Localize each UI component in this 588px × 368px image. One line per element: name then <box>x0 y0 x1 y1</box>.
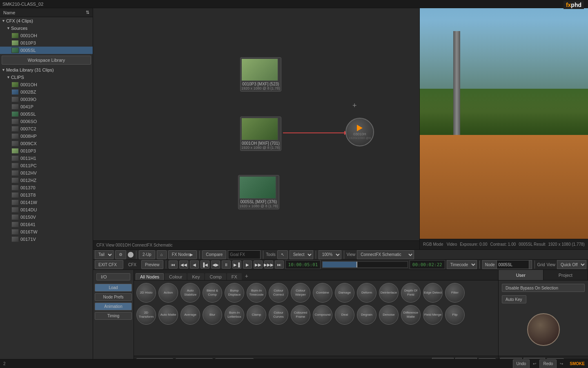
node-btn-dof[interactable]: Depth Of Field <box>401 283 421 303</box>
pause-btn[interactable]: ⏸ <box>222 260 231 269</box>
pointer-icon[interactable]: ↖ <box>277 250 288 259</box>
node-btn-automatte[interactable]: Auto Matte <box>158 305 178 325</box>
list-item[interactable]: 0010P3 <box>0 147 93 155</box>
list-item[interactable]: 0012HZ <box>0 177 93 184</box>
step-back-btn[interactable]: ◀ <box>190 260 199 269</box>
play-btn[interactable]: ▶ <box>243 260 252 269</box>
node-btn-deal[interactable]: Deal <box>335 305 354 325</box>
prev-frame-btn[interactable]: ◀◀ <box>179 260 188 269</box>
list-item[interactable]: 0001OH <box>0 81 93 88</box>
list-item[interactable]: 00039O <box>0 96 93 103</box>
cfx-clip-0005sl[interactable]: 0005SL <box>0 47 93 54</box>
list-item[interactable]: 0009CX <box>0 140 93 147</box>
node-btn-autostab[interactable]: Auto Stabilize <box>180 283 200 303</box>
disable-bypass-btn[interactable]: Disable Bypass On Selection <box>502 284 585 292</box>
back-one-btn[interactable]: ▐◀ <box>200 260 209 269</box>
sources-header[interactable]: ▼ Sources <box>0 25 93 32</box>
undo-btn[interactable]: Undo <box>513 359 530 368</box>
add-tab-btn[interactable]: + <box>243 272 251 280</box>
gear-btn[interactable]: ⚙ <box>115 250 126 259</box>
list-item[interactable]: 0016TW <box>0 228 93 236</box>
node-btn-difference-matte[interactable]: Difference Matte <box>401 305 421 325</box>
list-item[interactable]: 0008HP <box>0 132 93 140</box>
tab-key[interactable]: Key <box>187 273 204 280</box>
node-btn-coloured-frame[interactable]: Coloured Frame <box>291 305 310 325</box>
node-btn-flip[interactable]: Flip <box>445 305 465 325</box>
node-btn-burnin-letterbox[interactable]: Burn-In Letterbox <box>225 305 244 325</box>
node-btn-colour-curves[interactable]: Colour Curves <box>269 305 288 325</box>
list-item[interactable]: 0014DU <box>0 206 93 213</box>
tail-select[interactable]: Tail <box>95 250 114 259</box>
tab-comp[interactable]: Comp <box>205 273 226 280</box>
goal-input[interactable] <box>228 250 261 259</box>
tab-colour[interactable]: Colour <box>165 273 187 280</box>
node-btn-2dhisto[interactable]: 2D Histo <box>136 283 156 303</box>
node-btn-2dtransform[interactable]: 2D Transform <box>136 305 156 325</box>
tab-fx[interactable]: FX <box>227 273 242 280</box>
node-btn-bump[interactable]: Bump Displace <box>225 283 244 303</box>
compare-btn[interactable]: Compare <box>202 250 226 259</box>
go-end-btn[interactable]: ⏭ <box>275 260 284 269</box>
node-btn-colour-correct[interactable]: Colour Correct <box>269 283 288 303</box>
select-dropdown[interactable]: Select <box>290 250 313 259</box>
node-btn-colour-warper[interactable]: Colour Warper <box>291 283 310 303</box>
frame-step-btn[interactable]: ▶▐ <box>232 260 241 269</box>
step-fwd-btn[interactable]: ▶▶▶ <box>264 260 273 269</box>
cfx-node[interactable]: 03010H 1920x1080 @8 <box>345 118 374 146</box>
clips-header[interactable]: ▼ CLIPS <box>0 74 93 81</box>
fx-nodes-btn[interactable]: FX Nodes ▶ <box>168 250 197 259</box>
quickoff-select[interactable]: Quick Off <box>557 260 586 269</box>
node-0010p3[interactable]: 0010P3 [MXF] (523) 1920 x 1080 @ 8 (1.78… <box>240 57 281 92</box>
cfx-prefs-btn[interactable]: Load <box>95 284 132 292</box>
list-item[interactable]: 0005SL <box>0 110 93 118</box>
node-btn-average[interactable]: Average <box>180 305 200 325</box>
tab-all-nodes[interactable]: All Nodes <box>136 273 164 280</box>
list-item[interactable]: 0013T8 <box>0 191 93 199</box>
cfx-clip-0001oh[interactable]: 0001OH <box>0 32 93 39</box>
cfx-section-header[interactable]: ▼ CFX (4 Clips) <box>0 17 93 25</box>
node-0005sl[interactable]: 0005SL [MXF] (376) 1920 x 1080 @ 8 (1.78… <box>238 175 279 209</box>
list-item[interactable]: 00171V <box>0 236 93 243</box>
node-btn-action[interactable]: Action <box>158 283 178 303</box>
tab-project[interactable]: Project <box>543 270 588 280</box>
list-item[interactable]: 0007C2 <box>0 125 93 132</box>
home-btn[interactable]: ⌂ <box>157 250 167 259</box>
list-item[interactable]: 0011H1 <box>0 155 93 162</box>
sort-icon[interactable]: ⇅ <box>86 10 89 15</box>
workspace-library-btn[interactable]: Workspace Library <box>2 56 91 65</box>
list-item[interactable]: 0011PC <box>0 162 93 169</box>
node-btn-deinterlace[interactable]: Deinterlace <box>379 283 399 303</box>
auto-key-btn[interactable]: Auto Key <box>502 295 526 303</box>
node-0001oh[interactable]: 0001OH [MXF] (701) 1920 x 1080 @ 8 (1.78… <box>240 117 281 151</box>
animation-btn[interactable]: Animation <box>95 303 132 310</box>
node-btn-edge[interactable]: Edge Detect <box>423 283 443 303</box>
redo-btn[interactable]: Redo <box>539 359 557 368</box>
node-btn-field-merge[interactable]: Field Merge <box>423 305 443 325</box>
node-prefs-btn[interactable]: Node Prefs <box>95 293 132 301</box>
view-select[interactable]: ConnectFX Schematic <box>357 250 414 259</box>
node-btn-clamp[interactable]: Clamp <box>247 305 266 325</box>
schematic-area[interactable]: + 0010P3 [MXF] (523) 1920 x 1080 @ 8 (1.… <box>93 8 420 249</box>
exit-cfx-btn[interactable]: EXIT CFX <box>95 260 123 269</box>
list-item[interactable]: 00141W <box>0 199 93 206</box>
timeline-bar[interactable] <box>322 261 408 268</box>
timing-btn[interactable]: Timing <box>95 312 132 320</box>
tab-user[interactable]: User <box>499 270 543 280</box>
node-btn-combine[interactable]: Combine <box>313 283 332 303</box>
twoup-btn[interactable]: 2-Up <box>139 250 155 259</box>
list-item[interactable]: 0006SO <box>0 118 93 125</box>
node-btn-filter[interactable]: Filter <box>445 283 465 303</box>
list-item[interactable]: 001641 <box>0 221 93 228</box>
next-frame-btn[interactable]: ▶▶ <box>254 260 263 269</box>
play-back-btn[interactable]: ◀▶ <box>211 260 220 269</box>
node-btn-burnin[interactable]: Burn-In Timecode <box>247 283 266 303</box>
node-btn-denoise[interactable]: Denoise <box>379 305 399 325</box>
io-tab[interactable]: I/O <box>96 273 130 280</box>
node-btn-deform[interactable]: Deform <box>357 283 376 303</box>
list-item[interactable]: 00150V <box>0 213 93 221</box>
node-btn-compound[interactable]: Compound <box>313 305 332 325</box>
node-btn-blur[interactable]: Blur <box>203 305 222 325</box>
node-value-input[interactable] <box>497 260 529 269</box>
node-btn-blend[interactable]: Blend & Comp <box>203 283 222 303</box>
media-library-header[interactable]: ▼ Media Library (31 Clips) <box>0 66 93 74</box>
